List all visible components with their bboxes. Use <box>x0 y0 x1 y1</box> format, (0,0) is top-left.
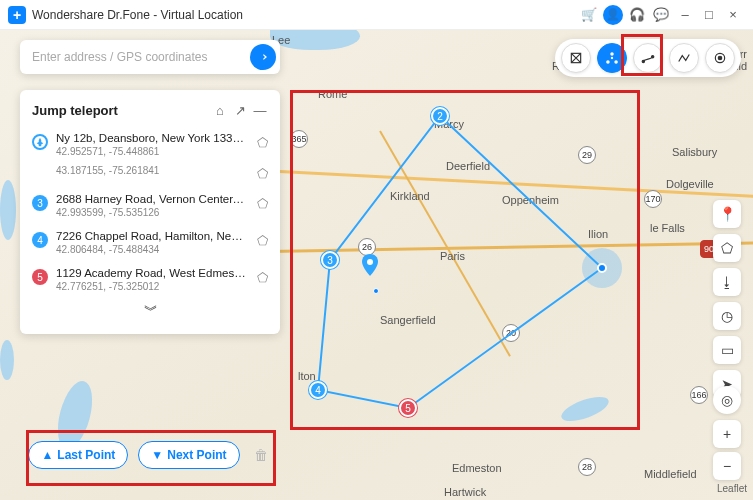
user-avatar[interactable]: 👤 <box>601 3 625 27</box>
map-label: Oppenheim <box>502 194 559 206</box>
jump-teleport-mode-icon[interactable] <box>597 43 627 73</box>
list-item[interactable]: 4 7226 Chappel Road, Hamilton, New ... 4… <box>20 224 280 261</box>
list-item-coords: 42.806484, -75.488434 <box>56 244 246 255</box>
jump-teleport-panel: Jump teleport ⌂ ↗ — Ny 12b, Deansboro, N… <box>20 90 280 334</box>
waypoint-start-icon <box>32 134 48 150</box>
search-bar <box>20 40 280 74</box>
map-label: le Falls <box>650 222 685 234</box>
svg-point-4 <box>614 60 618 64</box>
favorite-icon[interactable]: ⬠ <box>254 134 270 150</box>
app-title: Wondershare Dr.Fone - Virtual Location <box>32 8 577 22</box>
headset-icon[interactable]: 🎧 <box>625 3 649 27</box>
route-shield: 170 <box>644 190 662 208</box>
list-item-coords: 43.187155, -75.261841 <box>56 165 246 176</box>
zoom-controls: + − <box>713 420 741 480</box>
device-icon[interactable]: ▭ <box>713 336 741 364</box>
route-shield: 28 <box>578 458 596 476</box>
minimize-button[interactable]: – <box>673 3 697 27</box>
map-label: Hartwick <box>444 486 486 498</box>
list-item[interactable]: Ny 12b, Deansboro, New York 13328, Un...… <box>20 126 280 163</box>
panel-title: Jump teleport <box>32 103 210 118</box>
map-mode-toolbar <box>555 40 741 76</box>
collapse-icon[interactable]: — <box>250 100 270 120</box>
maximize-button[interactable]: □ <box>697 3 721 27</box>
waypoint-list: Ny 12b, Deansboro, New York 13328, Un...… <box>20 126 280 298</box>
map-label: Sangerfield <box>380 314 436 326</box>
map-label: Salisbury <box>672 146 717 158</box>
list-item[interactable]: 43.187155, -75.261841 ⬠ <box>20 163 280 187</box>
favorite-icon[interactable]: ⬠ <box>254 269 270 285</box>
next-point-button[interactable]: ▼Next Point <box>138 441 239 469</box>
arrow-up-icon: ▲ <box>41 448 53 462</box>
map-label: Rome <box>318 88 347 100</box>
leaflet-credit: Leaflet <box>717 483 747 494</box>
last-point-button[interactable]: ▲Last Point <box>28 441 128 469</box>
route-shield: 166 <box>690 386 708 404</box>
list-item-coords: 42.952571, -75.448861 <box>56 146 246 157</box>
svg-point-3 <box>606 60 610 64</box>
home-icon[interactable]: ⌂ <box>210 100 230 120</box>
map-label: Edmeston <box>452 462 502 474</box>
map-label: Ilion <box>588 228 608 240</box>
waypoint-5[interactable]: 5 <box>399 399 417 417</box>
one-stop-route-icon[interactable] <box>633 43 663 73</box>
multi-stop-route-icon[interactable] <box>669 43 699 73</box>
map-side-buttons: 📍 ⬠ ⭳ ◷ ▭ ➤ <box>713 200 741 398</box>
list-item-coords: 42.776251, -75.325012 <box>56 281 246 292</box>
route-shield: 365 <box>290 130 308 148</box>
google-maps-icon[interactable]: 📍 <box>713 200 741 228</box>
map-label: Deerfield <box>446 160 490 172</box>
map-label: Middlefield <box>644 468 697 480</box>
list-item[interactable]: 3 2688 Harney Road, Vernon Center, ... 4… <box>20 187 280 224</box>
favorite-places-icon[interactable]: ⬠ <box>713 234 741 262</box>
last-point-label: Last Point <box>57 448 115 462</box>
waypoint-num: 5 <box>32 269 48 285</box>
zoom-out-button[interactable]: − <box>713 452 741 480</box>
import-gpx-icon[interactable]: ⭳ <box>713 268 741 296</box>
list-item-coords: 42.993599, -75.535126 <box>56 207 246 218</box>
svg-point-6 <box>642 60 644 62</box>
favorite-icon[interactable]: ⬠ <box>254 165 270 181</box>
map-label: Kirkland <box>390 190 430 202</box>
search-input[interactable] <box>32 50 250 64</box>
expand-list-icon[interactable]: ︾ <box>20 298 280 322</box>
waypoint-2[interactable]: 2 <box>431 107 449 125</box>
small-dot <box>373 288 379 294</box>
waypoint-4[interactable]: 4 <box>309 381 327 399</box>
list-item-address: Ny 12b, Deansboro, New York 13328, Un... <box>56 132 246 144</box>
list-item-address: 2688 Harney Road, Vernon Center, ... <box>56 193 246 205</box>
teleport-mode-icon[interactable] <box>561 43 591 73</box>
svg-point-2 <box>610 52 614 56</box>
map-label: lton <box>298 370 316 382</box>
location-pin-icon <box>361 254 379 280</box>
favorite-icon[interactable]: ⬠ <box>254 195 270 211</box>
joystick-mode-icon[interactable] <box>705 43 735 73</box>
svg-point-5 <box>611 57 613 59</box>
footer-controls: ▲Last Point ▼Next Point 🗑 <box>20 430 280 480</box>
delete-icon[interactable]: 🗑 <box>250 447 272 463</box>
waypoint-num: 4 <box>32 232 48 248</box>
zoom-in-button[interactable]: + <box>713 420 741 448</box>
svg-point-7 <box>652 56 654 58</box>
close-button[interactable]: × <box>721 3 745 27</box>
titlebar: + Wondershare Dr.Fone - Virtual Location… <box>0 0 753 30</box>
current-location-marker <box>582 248 622 288</box>
history-icon[interactable]: ◷ <box>713 302 741 330</box>
favorite-icon[interactable]: ⬠ <box>254 232 270 248</box>
list-item[interactable]: 5 1129 Academy Road, West Edmesto... 42.… <box>20 261 280 298</box>
search-go-button[interactable] <box>250 44 276 70</box>
list-item-address: 7226 Chappel Road, Hamilton, New ... <box>56 230 246 242</box>
map-label: Paris <box>440 250 465 262</box>
cart-icon[interactable]: 🛒 <box>577 3 601 27</box>
svg-point-0 <box>367 259 373 265</box>
waypoint-num: 3 <box>32 195 48 211</box>
next-point-label: Next Point <box>167 448 226 462</box>
arrow-down-icon: ▼ <box>151 448 163 462</box>
feedback-icon[interactable]: 💬 <box>649 3 673 27</box>
route-shield: 29 <box>578 146 596 164</box>
list-item-address: 1129 Academy Road, West Edmesto... <box>56 267 246 279</box>
waypoint-3[interactable]: 3 <box>321 251 339 269</box>
recenter-button[interactable]: ◎ <box>713 386 741 414</box>
svg-point-9 <box>718 56 722 60</box>
export-icon[interactable]: ↗ <box>230 100 250 120</box>
